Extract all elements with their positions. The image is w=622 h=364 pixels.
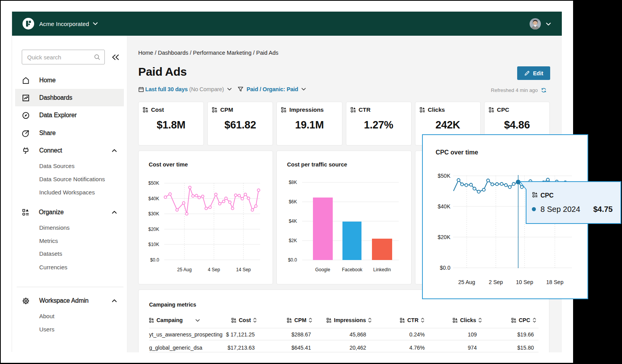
svg-text:$30K: $30K xyxy=(148,211,159,217)
svg-text:$10K: $10K xyxy=(148,242,159,247)
svg-text:$40K: $40K xyxy=(438,203,450,210)
svg-text:LinkedIn: LinkedIn xyxy=(374,267,391,272)
svg-text:$0.0: $0.0 xyxy=(150,257,160,263)
svg-text:25 Aug: 25 Aug xyxy=(458,279,475,285)
svg-text:$0.0: $0.0 xyxy=(288,257,297,263)
svg-text:$8K: $8K xyxy=(289,180,297,185)
svg-text:8 Sep 2024: 8 Sep 2024 xyxy=(540,205,580,213)
svg-text:$50K: $50K xyxy=(438,173,450,179)
svg-text:Facebook: Facebook xyxy=(342,267,363,272)
svg-text:$4.75: $4.75 xyxy=(593,205,613,213)
svg-text:2 Sep: 2 Sep xyxy=(489,279,503,285)
svg-text:CPC: CPC xyxy=(540,192,554,199)
svg-text:14 Sep: 14 Sep xyxy=(236,267,251,272)
svg-text:$50K: $50K xyxy=(148,180,159,186)
svg-text:$20K: $20K xyxy=(148,227,159,232)
svg-text:$2K: $2K xyxy=(289,238,297,243)
svg-text:Google: Google xyxy=(315,267,330,272)
svg-text:$6K: $6K xyxy=(289,199,297,205)
svg-text:10 Sep: 10 Sep xyxy=(516,279,533,285)
svg-text:4 Sep: 4 Sep xyxy=(208,267,220,272)
svg-text:$0.0: $0.0 xyxy=(440,265,450,271)
svg-text:$4K: $4K xyxy=(289,218,297,224)
svg-text:18 Sep: 18 Sep xyxy=(546,279,564,285)
svg-text:$20K: $20K xyxy=(438,234,450,240)
svg-text:$40K: $40K xyxy=(148,196,159,201)
svg-text:25 Aug: 25 Aug xyxy=(177,267,191,272)
